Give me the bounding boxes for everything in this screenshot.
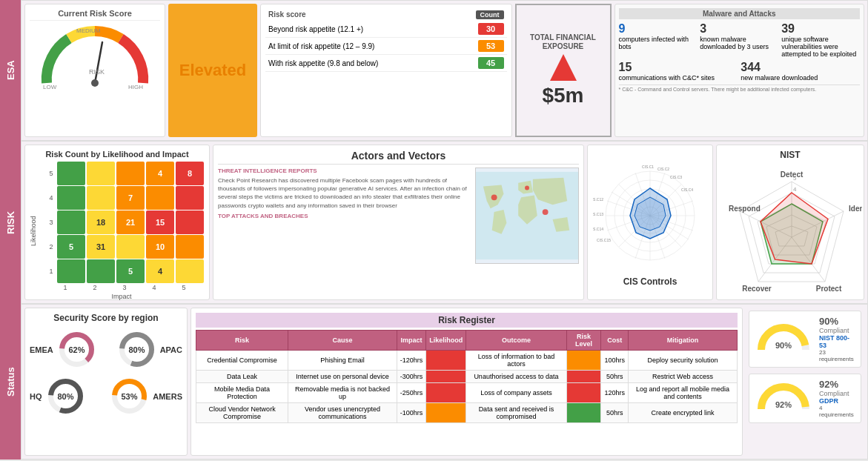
register-row-4: Cloud Vendor Network Compromise Vendor u…: [196, 403, 738, 423]
svg-text:Recover: Recover: [742, 285, 772, 293]
apac-label: APAC: [160, 345, 182, 354]
malware-sub-desc-2: new malware downloaded: [741, 74, 860, 82]
r2-mitigation: Restrict Web access: [628, 371, 737, 383]
nist-compliant: Compliant: [819, 327, 856, 334]
gdpr-sub: 4 requirements: [819, 405, 856, 418]
actors-text: THREAT INTELLIGENCE REPORTS Check Point …: [218, 168, 472, 264]
actors-link[interactable]: TOP ATTACKS AND BREACHES: [218, 213, 472, 219]
malware-sub-desc-1: communications with C&C* sites: [619, 74, 738, 82]
r4-impact: -100hrs: [397, 403, 426, 423]
svg-text:90%: 90%: [775, 341, 792, 350]
svg-text:80%: 80%: [57, 392, 73, 401]
r4-risk: Cloud Vendor Network Compromise: [196, 403, 288, 423]
nist-label: NIST 800-53: [819, 334, 856, 349]
cis-card: CIS.C1 CIS.C2 CIS.C3 CIS.C4 CIS.C12 CIS.…: [587, 145, 713, 300]
svg-text:RISK: RISK: [89, 68, 105, 76]
gdpr-percent: 92%: [819, 379, 856, 390]
nist-percent: 90%: [819, 316, 856, 327]
risk-row-1: Beyond risk appetite (12.1 +) 30: [265, 21, 507, 38]
svg-point-9: [525, 186, 529, 190]
register-title: Risk Register: [196, 313, 738, 328]
svg-text:4: 4: [793, 186, 797, 193]
cis-svg: CIS.C1 CIS.C2 CIS.C3 CIS.C4 CIS.C12 CIS.…: [593, 159, 708, 273]
svg-text:CIS.C14: CIS.C14: [593, 227, 603, 231]
heatmap-x-title: Impact: [39, 293, 205, 300]
tfe-amount: $5m: [542, 84, 583, 107]
gdpr-label: GDPR: [819, 397, 856, 405]
amers-label: AMERS: [153, 392, 182, 401]
risk-heatmap-card: Risk Count by Likelihood and Impact Like…: [24, 145, 210, 300]
hq-donut: 80%: [45, 376, 86, 417]
region-emea: EMEA 62%: [30, 329, 103, 370]
svg-text:5: 5: [793, 175, 797, 182]
actors-card: Actors and Vectors THREAT INTELLIGENCE R…: [213, 145, 584, 300]
emea-donut: 62%: [56, 329, 97, 370]
register-row-2: Data Leak Internet use on personal devic…: [196, 371, 738, 383]
compliance-panel: 90% 90% Compliant NIST 800-53 23 require…: [746, 308, 864, 456]
r4-likelihood: [426, 403, 466, 423]
col-mitigation: Mitigation: [628, 331, 737, 351]
world-map-svg: [476, 171, 578, 260]
svg-point-7: [491, 194, 497, 200]
register-table: Risk Cause Impact Likelihood Outcome Ris…: [196, 330, 738, 423]
r4-cost: 50hrs: [601, 403, 629, 423]
r2-risk: Data Leak: [196, 371, 288, 383]
malware-title: Malware and Attacks: [619, 8, 861, 19]
r4-outcome: Data sent and received is compromised: [466, 403, 566, 423]
r4-mitigation: Create encrypted link: [628, 403, 737, 423]
gdpr-compliance-text: 92% Compliant GDPR 4 requirements: [819, 379, 856, 418]
security-score-card: Security Score by region EMEA 62%: [24, 308, 188, 456]
nist-compliance-text: 90% Compliant NIST 800-53 23 requirement…: [819, 316, 856, 362]
r1-cause: Phishing Email: [288, 351, 397, 371]
region-hq: HQ 80%: [30, 376, 103, 417]
svg-line-0: [95, 42, 102, 83]
heatmap-grid: Likelihood 5 4 8 4: [30, 162, 205, 300]
region-amers: AMERS 53%: [109, 376, 182, 417]
r1-mitigation: Deploy security solution: [628, 351, 737, 371]
register-row-3: Mobile Media Data Protection Removable m…: [196, 383, 738, 403]
malware-desc-1: computers infected with bots: [619, 36, 698, 50]
col-impact: Impact: [397, 331, 426, 351]
heatmap-row-2: 2 5 31 10: [39, 235, 205, 259]
gauge-container: LOW MEDIUM HIGH RISK: [36, 24, 154, 87]
heatmap-row-5: 5 4 8: [39, 162, 205, 185]
register-row-1: Credential Compromise Phishing Email -12…: [196, 351, 738, 371]
r3-impact: -250hrs: [397, 383, 426, 403]
r4-risklevel: [566, 403, 601, 423]
malware-card: Malware and Attacks 9 computers infected…: [614, 4, 865, 137]
risk-row-3-value: 45: [478, 57, 504, 69]
actors-title: Actors and Vectors: [218, 150, 579, 165]
hq-label: HQ: [30, 392, 42, 401]
r4-cause: Vendor uses unencrypted communications: [288, 403, 397, 423]
r3-mitigation: Log and report all mobile media and cont…: [628, 383, 737, 403]
r3-risk: Mobile Media Data Protection: [196, 383, 288, 403]
heatmap-x-labels: 1 2 3 4 5: [39, 284, 205, 291]
r3-outcome: Loss of company assets: [466, 383, 566, 403]
r1-risklevel: [566, 351, 601, 371]
status-content: Security Score by region EMEA 62%: [21, 304, 868, 460]
gdpr-compliant: Compliant: [819, 390, 856, 397]
tfe-title: TOTAL FINANCIAL EXPOSURE: [517, 33, 610, 51]
malware-num-3: 39: [781, 22, 860, 36]
col-likelihood: Likelihood: [426, 331, 466, 351]
actors-paragraph: Check Point Research has discovered mult…: [218, 176, 472, 210]
risk-content: Risk Count by Likelihood and Impact Like…: [21, 141, 868, 304]
elevated-card: Elevated: [168, 4, 257, 137]
risk-table-header: Risk score Count: [265, 9, 507, 21]
r2-outcome: Unauthorised access to data: [466, 371, 566, 383]
gauge-svg: LOW MEDIUM HIGH RISK: [36, 24, 154, 90]
risk-row-2-value: 53: [478, 40, 504, 52]
esa-label: ESA: [0, 0, 21, 141]
col-risklevel: Risk Level: [566, 331, 601, 351]
malware-num-2: 3: [700, 22, 778, 36]
r3-likelihood: [426, 383, 466, 403]
risk-row-2-label: At limit of risk appetite (12 – 9.9): [268, 42, 374, 50]
svg-point-8: [543, 209, 549, 215]
r1-impact: -120hrs: [397, 351, 426, 371]
tfe-card: TOTAL FINANCIAL EXPOSURE $5m: [515, 4, 612, 137]
svg-text:CIS.C13: CIS.C13: [593, 212, 603, 216]
svg-text:Respond: Respond: [729, 205, 761, 213]
heatmap-body: 5 4 8 4 7: [39, 162, 205, 300]
col-outcome: Outcome: [466, 331, 566, 351]
svg-text:Protect: Protect: [816, 285, 842, 293]
